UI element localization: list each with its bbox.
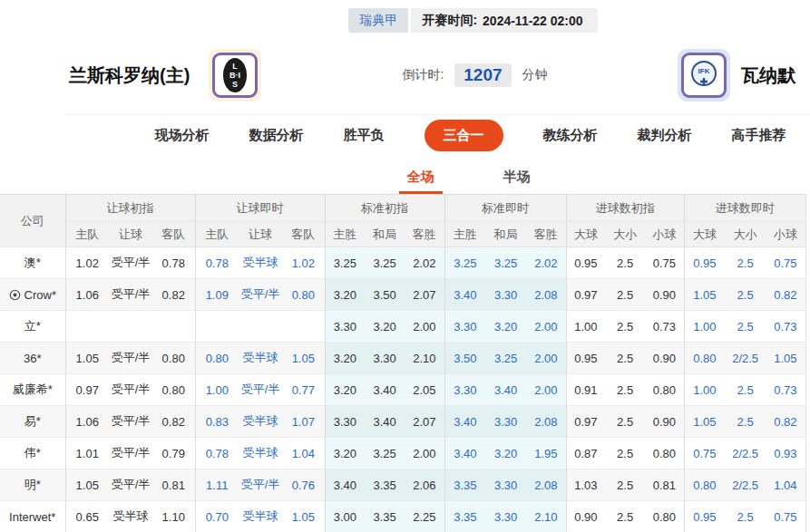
std-live-odds[interactable]: 2.08 <box>526 279 566 311</box>
handicap-live-odds[interactable]: 受半球 <box>239 406 282 438</box>
goals-live-odds[interactable]: 0.75 <box>684 438 725 469</box>
goals-live-odds[interactable]: 0.93 <box>766 438 805 469</box>
goals-live-odds[interactable]: 2.5 <box>725 501 766 532</box>
std-live-odds[interactable]: 2.00 <box>526 343 566 374</box>
nav-tab-three-in-one[interactable]: 三合一 <box>425 120 503 151</box>
handicap-live-odds[interactable] <box>195 311 239 343</box>
goals-live-odds[interactable]: 0.75 <box>766 247 805 279</box>
handicap-live-odds[interactable]: 受平/半 <box>239 279 282 311</box>
std-live-odds[interactable]: 2.02 <box>526 247 566 279</box>
goals-live-odds[interactable]: 0.73 <box>766 374 805 406</box>
goals-live-odds[interactable]: 0.95 <box>684 247 725 279</box>
nav-tab-coach-analysis[interactable]: 教练分析 <box>543 127 598 144</box>
std-live-odds[interactable]: 3.50 <box>444 343 485 374</box>
handicap-live-odds[interactable]: 0.78 <box>195 247 239 279</box>
std-live-odds[interactable]: 3.30 <box>444 374 485 406</box>
std-live-odds[interactable]: 3.35 <box>444 469 485 501</box>
std-live-odds[interactable]: 3.30 <box>485 501 526 532</box>
league-badge[interactable]: 瑞典甲 <box>348 8 408 33</box>
company-cell[interactable]: Interwet* <box>0 501 65 532</box>
handicap-live-odds[interactable]: 受平/半 <box>239 374 282 406</box>
nav-tab-referee-analysis[interactable]: 裁判分析 <box>638 127 692 144</box>
std-live-odds[interactable]: 3.40 <box>444 438 485 469</box>
goals-live-odds[interactable]: 1.05 <box>684 406 725 438</box>
std-live-odds[interactable]: 2.10 <box>526 501 566 532</box>
goals-live-odds[interactable]: 0.80 <box>684 469 725 501</box>
handicap-live-odds[interactable]: 受半球 <box>239 247 282 279</box>
std-live-odds[interactable]: 3.40 <box>444 279 485 311</box>
goals-live-odds[interactable]: 2/2.5 <box>725 438 766 469</box>
handicap-live-odds[interactable]: 0.77 <box>282 374 325 406</box>
std-live-odds[interactable]: 3.20 <box>485 311 526 343</box>
handicap-live-odds[interactable]: 0.78 <box>195 438 239 469</box>
goals-live-odds[interactable]: 2.5 <box>725 279 766 311</box>
std-live-odds[interactable]: 3.30 <box>485 406 526 438</box>
handicap-live-odds[interactable]: 受半球 <box>239 438 282 469</box>
goals-live-odds[interactable]: 1.00 <box>684 311 725 343</box>
std-live-odds[interactable]: 3.30 <box>444 311 485 343</box>
company-cell[interactable]: 立* <box>0 311 65 343</box>
std-live-odds[interactable]: 2.08 <box>526 469 566 501</box>
handicap-live-odds[interactable]: 受半球 <box>239 343 282 374</box>
std-live-odds[interactable]: 3.20 <box>485 438 526 469</box>
std-live-odds[interactable]: 3.35 <box>444 501 485 532</box>
std-live-odds[interactable]: 3.30 <box>485 469 526 501</box>
goals-live-odds[interactable]: 2.5 <box>725 311 766 343</box>
goals-live-odds[interactable]: 1.04 <box>766 469 805 501</box>
handicap-live-odds[interactable]: 1.00 <box>195 374 239 406</box>
handicap-live-odds[interactable]: 受半球 <box>239 501 282 532</box>
company-cell[interactable]: 伟* <box>0 438 65 469</box>
handicap-live-odds[interactable]: 1.07 <box>282 406 325 438</box>
goals-live-odds[interactable]: 2.5 <box>725 406 766 438</box>
handicap-live-odds[interactable] <box>239 311 282 343</box>
company-cell[interactable]: 36* <box>0 343 65 374</box>
tab-full-time[interactable]: 全场 <box>399 163 443 194</box>
handicap-live-odds[interactable] <box>282 311 325 343</box>
goals-live-odds[interactable]: 0.95 <box>684 501 725 532</box>
handicap-live-odds[interactable]: 1.11 <box>195 469 239 501</box>
handicap-live-odds[interactable]: 1.02 <box>282 247 325 279</box>
std-live-odds[interactable]: 3.25 <box>485 343 526 374</box>
std-live-odds[interactable]: 3.40 <box>444 406 485 438</box>
goals-live-odds[interactable]: 1.05 <box>766 343 805 374</box>
std-live-odds[interactable]: 2.00 <box>526 311 566 343</box>
std-live-odds[interactable]: 2.08 <box>526 406 566 438</box>
handicap-live-odds[interactable]: 0.80 <box>195 343 239 374</box>
handicap-live-odds[interactable]: 1.04 <box>282 438 325 469</box>
std-live-odds[interactable]: 3.40 <box>485 374 526 406</box>
handicap-live-odds[interactable]: 0.76 <box>282 469 325 501</box>
tab-half-time[interactable]: 半场 <box>495 163 539 194</box>
nav-tab-win-draw-lose[interactable]: 胜平负 <box>344 127 385 144</box>
handicap-live-odds[interactable]: 1.09 <box>195 279 239 311</box>
goals-live-odds[interactable]: 0.80 <box>684 343 725 374</box>
goals-live-odds[interactable]: 2/2.5 <box>725 343 766 374</box>
nav-tab-live-analysis[interactable]: 现场分析 <box>155 127 210 144</box>
goals-live-odds[interactable]: 1.05 <box>684 279 725 311</box>
goals-live-odds[interactable]: 0.82 <box>766 406 805 438</box>
std-live-odds[interactable]: 2.00 <box>526 374 566 406</box>
goals-live-odds[interactable]: 2.5 <box>725 374 766 406</box>
goals-live-odds[interactable]: 0.82 <box>766 279 805 311</box>
goals-live-odds[interactable]: 0.75 <box>766 501 805 532</box>
handicap-live-odds[interactable]: 1.05 <box>282 501 325 532</box>
company-cell[interactable]: Crow* <box>0 279 65 311</box>
handicap-live-odds[interactable]: 1.05 <box>282 343 325 374</box>
std-live-odds[interactable]: 3.25 <box>485 247 526 279</box>
handicap-live-odds[interactable]: 0.80 <box>282 279 325 311</box>
nav-tab-expert-picks[interactable]: 高手推荐 <box>732 127 786 144</box>
goals-live-odds[interactable]: 2/2.5 <box>725 469 766 501</box>
handicap-live-odds[interactable]: 0.70 <box>195 501 239 532</box>
goals-live-odds[interactable]: 0.73 <box>766 311 805 343</box>
std-live-odds[interactable]: 1.95 <box>526 438 566 469</box>
goals-live-odds[interactable]: 1.00 <box>684 374 725 406</box>
std-live-odds[interactable]: 3.30 <box>485 279 526 311</box>
goals-live-odds[interactable]: 2.5 <box>725 247 766 279</box>
company-cell[interactable]: 澳* <box>0 247 65 279</box>
handicap-live-odds[interactable]: 受平/半 <box>239 469 282 501</box>
company-cell[interactable]: 威廉希* <box>0 374 65 406</box>
company-cell[interactable]: 易* <box>0 406 65 438</box>
std-live-odds[interactable]: 3.25 <box>444 247 485 279</box>
nav-tab-data-analysis[interactable]: 数据分析 <box>249 127 304 144</box>
company-cell[interactable]: 明* <box>0 469 65 501</box>
handicap-live-odds[interactable]: 0.83 <box>195 406 239 438</box>
